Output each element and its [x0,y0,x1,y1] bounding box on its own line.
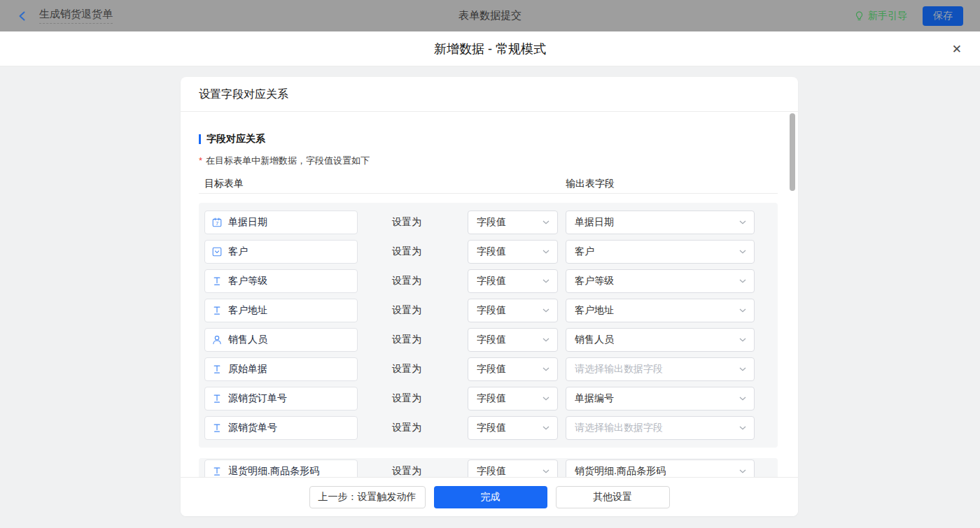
mapping-row: 退货明细.商品条形码 设置为 字段值 销货明细.商品条形码 [204,459,778,477]
select-icon [212,247,222,257]
text-icon [212,276,222,286]
mapping-row: 客户地址 设置为 字段值 客户地址 [204,299,778,322]
value-mode-select[interactable]: 字段值 [468,299,558,322]
target-field-salesperson: 销售人员 [204,328,358,352]
card-content: 字段对应关系 * 在目标表单中新增数据，字段值设置如下 目标表单 输出表字段 7… [181,112,798,477]
save-button[interactable]: 保存 [923,6,963,26]
lightbulb-icon [854,10,864,21]
scrollbar-thumb[interactable] [790,113,795,191]
value-mode-select[interactable]: 字段值 [468,211,558,234]
target-field-label: 销售人员 [228,334,267,346]
previous-step-button[interactable]: 上一步：设置触发动作 [309,486,426,508]
output-field-select[interactable]: 单据编号 [566,387,755,411]
chevron-down-icon [739,338,746,342]
chevron-down-icon [739,469,746,473]
target-field-label: 单据日期 [228,216,267,229]
chevron-down-icon [542,279,550,283]
chevron-down-icon [542,220,550,224]
column-header-output-fields: 输出表字段 [566,178,615,190]
text-icon [212,466,222,476]
set-as-label: 设置为 [392,275,421,287]
field-mapping-card: 设置字段对应关系 字段对应关系 * 在目标表单中新增数据，字段值设置如下 目标表… [181,77,798,516]
topbar-center-title: 表单数据提交 [458,9,522,22]
target-field-customer-level: 客户等级 [204,269,358,293]
value-mode-select[interactable]: 字段值 [468,387,558,411]
modal-title: 新增数据 - 常规模式 [434,41,546,57]
output-field-select[interactable]: 客户等级 [566,269,755,293]
chevron-down-icon [542,367,550,371]
set-as-label: 设置为 [392,363,421,376]
topbar-actions: 新手引导 保存 [854,6,963,26]
target-field-original-doc: 原始单据 [204,357,358,381]
chevron-down-icon [739,397,746,401]
target-field-label: 源销货单号 [228,422,277,434]
svg-text:7: 7 [216,220,218,227]
target-field-source-sales-order-no: 源销货订单号 [204,387,358,411]
beginner-guide-label: 新手引导 [868,10,907,22]
chevron-down-icon [542,426,550,430]
value-mode-select[interactable]: 字段值 [468,357,558,381]
mapping-row: 原始单据 设置为 字段值 请选择输出数据字段 [204,357,778,381]
chevron-down-icon [542,250,550,254]
text-icon [212,306,222,315]
output-field-select[interactable]: 请选择输出数据字段 [566,416,755,440]
target-field-label: 客户 [228,245,248,258]
output-field-select[interactable]: 请选择输出数据字段 [566,357,755,381]
target-field-label: 原始单据 [228,363,267,376]
output-field-select[interactable]: 单据日期 [566,211,755,234]
field-mapping-panel-subform: 退货明细.商品条形码 设置为 字段值 销货明细.商品条形码 [199,458,778,477]
required-mark: * [199,155,202,166]
user-icon [212,335,222,345]
section-title-label: 字段对应关系 [206,133,265,145]
beginner-guide-link[interactable]: 新手引导 [854,10,907,22]
target-field-label: 退货明细.商品条形码 [228,465,319,477]
field-mapping-panel-main: 7 单据日期 设置为 字段值 单据日期 [199,203,778,448]
value-mode-select[interactable]: 字段值 [468,269,558,293]
mapping-row: 源销货单号 设置为 字段值 请选择输出数据字段 [204,416,778,440]
output-field-select[interactable]: 销售人员 [566,328,755,352]
section-title: 字段对应关系 [199,133,798,145]
target-field-customer: 客户 [204,240,358,264]
modal-header: 新增数据 - 常规模式 ✕ [0,31,980,66]
chevron-down-icon [739,250,746,254]
chevron-left-icon[interactable] [17,10,28,22]
output-field-select[interactable]: 客户地址 [566,299,755,322]
card-header-title: 设置字段对应关系 [181,77,798,112]
close-icon[interactable]: ✕ [952,43,962,55]
chevron-down-icon [542,338,550,342]
chevron-down-icon [739,308,746,313]
mapping-row: 7 单据日期 设置为 字段值 单据日期 [204,211,778,234]
output-field-select[interactable]: 客户 [566,240,755,264]
value-mode-select[interactable]: 字段值 [468,459,558,477]
workflow-title[interactable]: 生成销货退货单 [39,8,113,24]
topbar-back-group: 生成销货退货单 [17,8,113,24]
set-as-label: 设置为 [392,216,421,229]
value-mode-select[interactable]: 字段值 [468,416,558,440]
chevron-down-icon [542,469,550,473]
target-field-date: 7 单据日期 [204,211,358,234]
text-icon [212,364,222,374]
target-field-customer-address: 客户地址 [204,299,358,322]
target-field-return-detail-barcode: 退货明细.商品条形码 [204,459,358,477]
output-field-select[interactable]: 销货明细.商品条形码 [566,459,755,477]
column-headers: 目标表单 输出表字段 [199,175,778,194]
value-mode-select[interactable]: 字段值 [468,240,558,264]
mapping-row: 客户 设置为 字段值 客户 [204,240,778,264]
topbar: 生成销货退货单 表单数据提交 新手引导 保存 [0,0,980,31]
mapping-row: 客户等级 设置为 字段值 客户等级 [204,269,778,293]
chevron-down-icon [739,367,746,371]
card-footer: 上一步：设置触发动作 完成 其他设置 [181,477,798,516]
calendar-icon: 7 [212,217,222,227]
text-icon [212,394,222,404]
column-header-target-form: 目标表单 [204,178,244,190]
mapping-row: 销售人员 设置为 字段值 销售人员 [204,328,778,352]
modal-body: 设置字段对应关系 字段对应关系 * 在目标表单中新增数据，字段值设置如下 目标表… [0,66,980,528]
done-button[interactable]: 完成 [434,486,547,508]
set-as-label: 设置为 [392,245,421,258]
set-as-label: 设置为 [392,392,421,405]
chevron-down-icon [739,220,746,224]
other-settings-button[interactable]: 其他设置 [556,486,670,508]
chevron-down-icon [739,279,746,283]
value-mode-select[interactable]: 字段值 [468,328,558,352]
chevron-down-icon [542,397,550,401]
